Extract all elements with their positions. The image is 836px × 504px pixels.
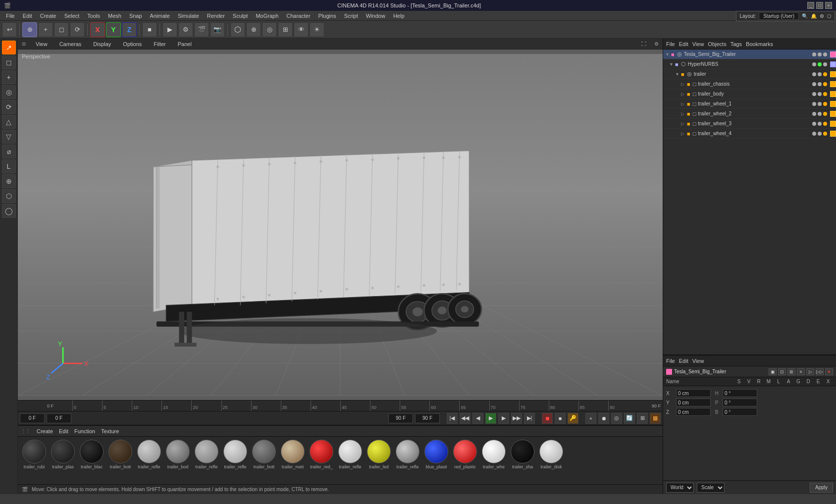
close-button[interactable]: ×	[825, 2, 832, 9]
menu-select[interactable]: Select	[60, 11, 84, 20]
material-black[interactable]: trailer_blac	[78, 440, 105, 469]
left-tool-box[interactable]: ◻	[2, 55, 16, 69]
menu-file[interactable]: File	[2, 11, 19, 20]
undo-button[interactable]: ↩	[2, 22, 17, 37]
attr-icon-btn-1[interactable]: ▣	[769, 368, 777, 375]
material-bottom[interactable]: trailer_bott	[107, 440, 134, 469]
move-tool-button[interactable]: ⊕	[22, 22, 37, 37]
menu-mograph[interactable]: MoGraph	[252, 11, 282, 20]
apply-button[interactable]: Apply	[810, 483, 833, 493]
obj-row-wheel2[interactable]: ▷ ■ □ trailer_wheel_2	[663, 109, 836, 119]
coord-input-z-pos[interactable]	[676, 408, 711, 416]
menu-window[interactable]: Window	[362, 11, 389, 20]
obj-menu-view[interactable]: View	[692, 41, 704, 47]
viewport-menu-view[interactable]: View	[34, 40, 50, 48]
material-white[interactable]: trailer_whe	[480, 440, 507, 469]
tc-add-button[interactable]: +	[585, 413, 596, 424]
left-tool-circle[interactable]: ◎	[2, 85, 16, 99]
menu-sculpt[interactable]: Sculpt	[229, 11, 252, 20]
viewport-menu-display[interactable]: Display	[91, 40, 113, 48]
view-btn-cube[interactable]: ⬡	[230, 22, 245, 37]
material-rubber[interactable]: trailer_rubi	[21, 440, 48, 469]
render-btn-3[interactable]: 🎬	[194, 22, 209, 37]
left-tool-cross[interactable]: ⊕	[2, 174, 16, 188]
menu-plugins[interactable]: Plugins	[314, 11, 340, 20]
menu-edit[interactable]: Edit	[19, 11, 36, 20]
material-dark[interactable]: trailer_sha	[509, 440, 536, 469]
frame-input-current[interactable]	[20, 413, 45, 423]
attr-icon-btn-5[interactable]: ▷	[806, 368, 814, 375]
menu-character[interactable]: Character	[282, 11, 314, 20]
view-btn-3[interactable]: ◎	[262, 22, 277, 37]
viewport-menu-filter[interactable]: Filter	[152, 40, 167, 48]
tc-key-button[interactable]: 🔑	[568, 413, 578, 424]
material-led[interactable]: trailer_led	[366, 440, 392, 469]
mat-menu-function[interactable]: Function	[74, 428, 95, 434]
material-bott2[interactable]: trailer_bott	[251, 440, 277, 469]
attr-icon-btn-4[interactable]: ≡	[797, 368, 805, 375]
obj-row-body[interactable]: ▷ ■ □ trailer_body	[663, 89, 836, 99]
mode-btn-1[interactable]: ■	[142, 22, 157, 37]
frame-input-end1[interactable]	[388, 413, 413, 423]
left-tool-tri2[interactable]: ▽	[2, 130, 16, 144]
view-btn-6[interactable]: ☀	[310, 22, 324, 37]
material-red[interactable]: trailer_red_	[308, 440, 335, 469]
tc-start-button[interactable]: |◀	[447, 413, 458, 424]
menu-animate[interactable]: Animate	[146, 11, 174, 20]
viewport-menu-options[interactable]: Options	[121, 40, 144, 48]
left-tool-hex[interactable]: ⬡	[2, 189, 16, 203]
coord-input-p[interactable]	[723, 399, 757, 406]
left-tool-select[interactable]: ↗	[2, 41, 16, 54]
create-button[interactable]: +	[38, 22, 53, 37]
viewport-toggle[interactable]: ⊞	[22, 41, 26, 47]
obj-menu-tags[interactable]: Tags	[731, 41, 742, 47]
viewport-maximize[interactable]: ⛶	[641, 41, 646, 47]
attr-icon-btn-x[interactable]: ✕	[825, 368, 833, 375]
coord-input-h[interactable]	[723, 389, 757, 397]
obj-row-wheel4[interactable]: ▷ ■ □ trailer_wheel_4	[663, 129, 836, 139]
material-reflect4[interactable]: trailer_refle	[337, 440, 364, 469]
minimize-button[interactable]: _	[807, 2, 814, 9]
menu-script[interactable]: Script	[340, 11, 362, 20]
menu-mesh[interactable]: Mesh	[104, 11, 125, 20]
material-reflect1[interactable]: trailer_refle	[136, 440, 162, 469]
tc-next-button[interactable]: ▶▶	[511, 413, 522, 424]
tc-stop-button[interactable]: ■	[555, 413, 566, 424]
obj-row-wheel3[interactable]: ▷ ■ □ trailer_wheel_3	[663, 119, 836, 129]
material-plastic[interactable]: trailer_plas	[50, 440, 76, 469]
left-tool-add[interactable]: +	[2, 70, 16, 84]
coord-input-y-pos[interactable]	[676, 399, 711, 406]
left-tool-line[interactable]: L	[2, 159, 16, 173]
coord-input-x-pos[interactable]	[676, 389, 711, 397]
x-axis-button[interactable]: X	[90, 22, 105, 37]
render-btn-4[interactable]: 📷	[210, 22, 225, 37]
mat-menu-edit[interactable]: Edit	[59, 428, 68, 434]
obj-row-nurbs[interactable]: ▼ ■ ⬡ HyperNURBS	[663, 59, 836, 69]
menu-help[interactable]: Help	[389, 11, 409, 20]
tc-play-button[interactable]: ▶	[485, 413, 496, 424]
menu-snap[interactable]: Snap	[125, 11, 146, 20]
world-select[interactable]: World	[666, 483, 694, 493]
z-axis-button[interactable]: Z	[122, 22, 137, 37]
obj-row-chassis[interactable]: ▷ ■ □ trailer_chassis	[663, 79, 836, 89]
tc-rec2-button[interactable]: ⏺	[598, 413, 609, 424]
menu-simulate[interactable]: Simulate	[174, 11, 203, 20]
tc-prev-frame[interactable]: ◀	[472, 413, 483, 424]
scale-button[interactable]: ◻	[54, 22, 69, 37]
obj-menu-bookmarks[interactable]: Bookmarks	[746, 41, 773, 47]
attr-menu-edit[interactable]: Edit	[679, 358, 688, 364]
left-tool-rotate[interactable]: ⟳	[2, 100, 16, 114]
obj-row-root[interactable]: ▼ ■ ◎ Tesla_Semi_Big_Trailer	[663, 50, 836, 59]
viewport-canvas[interactable]: X Y Z	[18, 50, 663, 400]
bell-icon[interactable]: 🔔	[811, 13, 817, 19]
frame-input-end2[interactable]	[415, 413, 440, 423]
scale-select[interactable]: Scale	[697, 483, 725, 493]
viewport-settings[interactable]: ⚙	[654, 41, 659, 47]
tc-curves-button[interactable]: ▦	[650, 413, 661, 424]
maximize-button[interactable]: □	[816, 2, 823, 9]
view-btn-2[interactable]: ⊕	[246, 22, 261, 37]
menu-create[interactable]: Create	[36, 11, 60, 20]
left-tool-diameter[interactable]: ⌀	[2, 145, 16, 158]
view-btn-4[interactable]: ⊞	[278, 22, 293, 37]
obj-menu-file[interactable]: File	[666, 41, 675, 47]
